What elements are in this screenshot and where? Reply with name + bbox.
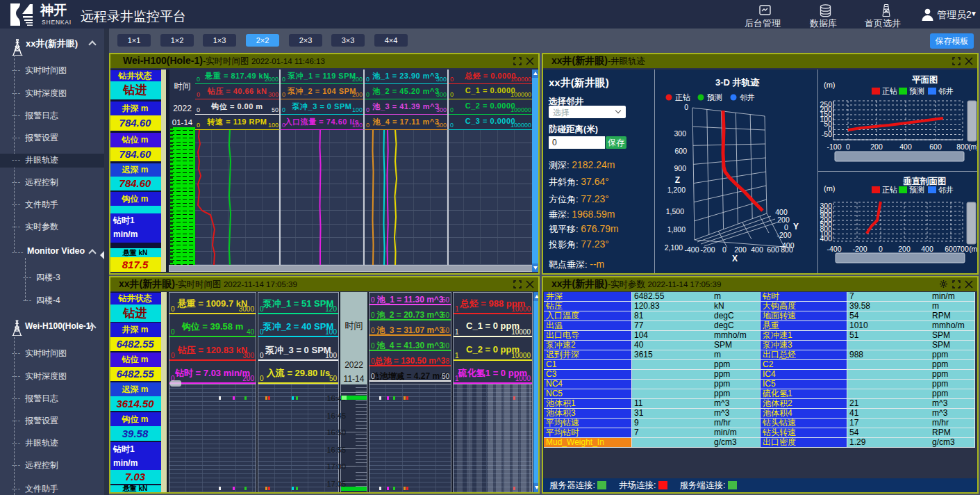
svg-text:900: 900 xyxy=(674,164,686,172)
svg-text:Y: Y xyxy=(793,222,799,232)
svg-text:(m): (m) xyxy=(969,245,979,253)
svg-text:(m): (m) xyxy=(968,143,979,151)
svg-text:600: 600 xyxy=(929,143,942,151)
svg-text:X: X xyxy=(732,254,738,263)
svg-text:正钻: 正钻 xyxy=(882,186,897,194)
svg-text:400: 400 xyxy=(751,245,763,254)
svg-text:0: 0 xyxy=(722,245,726,254)
svg-text:-400: -400 xyxy=(684,245,699,254)
svg-text:-400: -400 xyxy=(779,241,794,250)
svg-text:300: 300 xyxy=(674,129,686,138)
svg-text:400: 400 xyxy=(899,143,912,151)
svg-text:-50: -50 xyxy=(822,130,832,138)
svg-text:1,200: 1,200 xyxy=(667,186,686,194)
svg-text:1,500: 1,500 xyxy=(666,207,684,216)
svg-text:400: 400 xyxy=(820,234,832,243)
svg-text:邻井: 邻井 xyxy=(938,186,954,194)
svg-text:200: 200 xyxy=(898,245,911,253)
svg-text:200: 200 xyxy=(870,143,883,151)
svg-text:400: 400 xyxy=(921,245,933,253)
svg-text:邻井: 邻井 xyxy=(938,87,954,95)
svg-text:2,100: 2,100 xyxy=(665,243,683,252)
svg-text:Z: Z xyxy=(675,175,680,185)
svg-text:200: 200 xyxy=(734,245,747,254)
svg-text:预测: 预测 xyxy=(707,93,722,102)
svg-text:0: 0 xyxy=(846,143,850,151)
svg-text:800: 800 xyxy=(956,143,969,151)
svg-text:正钻: 正钻 xyxy=(882,87,897,95)
svg-text:-200: -200 xyxy=(700,245,715,254)
svg-text:1,800: 1,800 xyxy=(667,225,686,234)
svg-text:预测: 预测 xyxy=(909,186,924,194)
svg-text:0: 0 xyxy=(684,103,688,111)
svg-text:-200: -200 xyxy=(852,245,867,253)
svg-text:-100: -100 xyxy=(827,143,841,151)
svg-text:邻井: 邻井 xyxy=(740,93,755,102)
svg-text:600: 600 xyxy=(674,147,687,155)
svg-text:0: 0 xyxy=(879,245,883,253)
svg-text:600: 600 xyxy=(767,245,779,254)
svg-text:600: 600 xyxy=(945,245,957,253)
svg-text:正钻: 正钻 xyxy=(675,93,690,102)
svg-text:-400: -400 xyxy=(827,245,841,253)
svg-text:预测: 预测 xyxy=(909,87,924,95)
svg-text:-200: -200 xyxy=(776,231,791,239)
svg-text:700: 700 xyxy=(956,245,969,253)
